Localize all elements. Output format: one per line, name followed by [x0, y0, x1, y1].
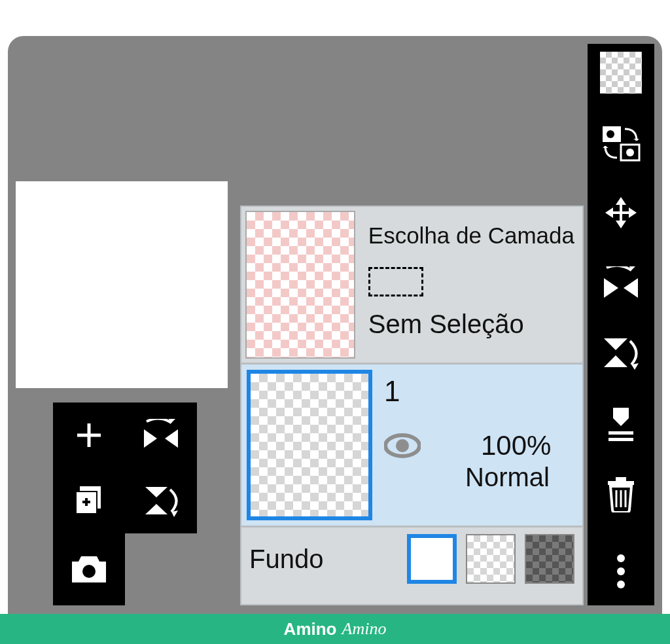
- duplicate-layer-button[interactable]: [53, 468, 125, 533]
- layer-opacity-label: 100%: [481, 430, 551, 461]
- bg-swatch-white[interactable]: [407, 534, 457, 584]
- svg-point-14: [617, 567, 625, 575]
- svg-point-13: [617, 554, 625, 562]
- bottom-left-toolbar: [53, 402, 197, 605]
- layer-1-row[interactable]: 1 100% Normal: [241, 363, 582, 528]
- flip-vertical-rotate-button[interactable]: [125, 468, 197, 533]
- svg-point-15: [617, 581, 625, 588]
- background-row: Fundo: [241, 528, 582, 590]
- amino-watermark: Amino Amino: [0, 614, 670, 644]
- svg-rect-11: [608, 481, 634, 485]
- flip-horizontal-rotate-button[interactable]: [125, 402, 197, 468]
- delete-layer-button[interactable]: [605, 476, 637, 515]
- flip-vertical-rotate-icon: [141, 483, 181, 518]
- trash-icon: [605, 476, 637, 512]
- selection-marquee-icon: [368, 267, 423, 296]
- add-layer-button[interactable]: [53, 402, 125, 468]
- layers-panel: Escolha de Camada Sem Seleção 1 100% Nor…: [240, 206, 584, 605]
- app-canvas: Escolha de Camada Sem Seleção 1 100% Nor…: [8, 36, 662, 644]
- visibility-eye-icon[interactable]: [384, 433, 421, 459]
- more-options-button[interactable]: [616, 553, 626, 592]
- svg-rect-9: [608, 431, 633, 435]
- svg-point-4: [396, 439, 409, 452]
- svg-point-6: [607, 130, 614, 138]
- duplicate-plus-icon: [72, 484, 106, 518]
- layer-selection-row[interactable]: Escolha de Camada Sem Seleção: [241, 207, 582, 363]
- svg-point-2: [82, 565, 96, 578]
- selection-thumbnail: [245, 211, 355, 359]
- flip-horizontal-button[interactable]: [600, 266, 642, 303]
- camera-import-button[interactable]: [53, 533, 125, 605]
- merge-down-icon: [605, 405, 637, 442]
- svg-rect-12: [616, 477, 626, 481]
- layer-1-thumbnail: [247, 370, 372, 520]
- svg-point-8: [626, 149, 634, 156]
- move-arrows-icon: [603, 196, 639, 232]
- background-label: Fundo: [249, 545, 407, 574]
- transparency-toggle-button[interactable]: [600, 52, 642, 94]
- drawing-canvas[interactable]: [16, 181, 228, 388]
- flip-vertical-button[interactable]: [600, 334, 642, 374]
- vertical-dots-icon: [616, 553, 626, 590]
- flip-horizontal-rotate-icon: [141, 419, 181, 452]
- layer-blend-mode-label: Normal: [465, 463, 577, 492]
- flip-vertical-icon: [600, 334, 642, 371]
- camera-icon: [69, 554, 109, 585]
- svg-rect-10: [608, 438, 633, 441]
- no-selection-label: Sem Seleção: [368, 310, 574, 339]
- layer-choice-label: Escolha de Camada: [368, 223, 574, 249]
- plus-icon: [73, 420, 105, 451]
- bg-swatch-dark[interactable]: [525, 534, 574, 584]
- layer-name-label: 1: [384, 375, 577, 408]
- merge-down-button[interactable]: [605, 405, 637, 444]
- right-toolbar: [588, 44, 654, 605]
- flip-horizontal-icon: [600, 266, 642, 300]
- move-tool-button[interactable]: [603, 196, 639, 235]
- amino-brand-bold: Amino: [284, 619, 337, 639]
- amino-brand-cursive: Amino: [342, 619, 387, 639]
- swap-colors-icon: [601, 125, 641, 162]
- swap-colors-button[interactable]: [601, 125, 641, 164]
- bg-swatch-transparent[interactable]: [466, 534, 516, 584]
